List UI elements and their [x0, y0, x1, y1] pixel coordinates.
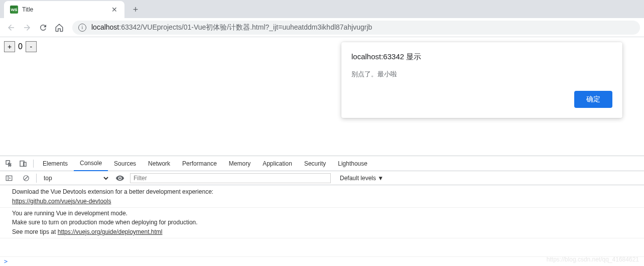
console-link[interactable]: https://github.com/vuejs/vue-devtools — [12, 198, 111, 205]
svg-rect-2 — [6, 176, 12, 180]
reload-button[interactable] — [36, 21, 50, 35]
confirm-button[interactable]: 确定 — [574, 91, 612, 108]
browser-tab[interactable]: WS Title ✕ — [4, 1, 124, 18]
tab-elements[interactable]: Elements — [37, 156, 74, 171]
close-icon[interactable]: ✕ — [110, 6, 118, 14]
inspect-element-button[interactable] — [2, 157, 16, 171]
increment-button[interactable]: + — [4, 41, 15, 52]
info-icon[interactable]: i — [78, 24, 86, 32]
watermark: https://blog.csdn.net/qq_41684621 — [547, 256, 639, 263]
tab-console[interactable]: Console — [74, 156, 108, 171]
url-host: localhost — [91, 23, 119, 31]
console-output: Download the Vue Devtools extension for … — [0, 185, 644, 256]
tab-lighthouse[interactable]: Lighthouse — [332, 156, 373, 171]
console-text: See more tips at — [12, 228, 58, 235]
console-line: Download the Vue Devtools extension for … — [0, 187, 644, 197]
console-sidebar-toggle[interactable] — [2, 171, 16, 185]
console-line: You are running Vue in development mode. — [0, 209, 644, 218]
url-port: :63342 — [119, 23, 141, 31]
console-line: See more tips at https://vuejs.org/guide… — [0, 227, 644, 237]
back-button[interactable] — [4, 21, 18, 35]
webstorm-icon: WS — [10, 6, 18, 14]
devtools-panel: Elements Console Sources Network Perform… — [0, 156, 644, 266]
context-selector-wrap: top — [36, 174, 110, 183]
alert-title: localhost:63342 显示 — [351, 52, 612, 62]
console-message-group: Download the Vue Devtools extension for … — [0, 187, 644, 208]
svg-line-5 — [25, 176, 28, 180]
counter-value: 0 — [17, 42, 24, 51]
clear-icon — [23, 175, 30, 182]
separator — [33, 160, 34, 168]
address-bar[interactable]: i localhost:63342/VUEprojects/01-Vue初体验/… — [72, 21, 640, 35]
tab-application[interactable]: Application — [256, 156, 298, 171]
console-line: Make sure to turn on production mode whe… — [0, 218, 644, 227]
browser-toolbar: i localhost:63342/VUEprojects/01-Vue初体验/… — [0, 18, 644, 37]
console-toolbar: top Default levels ▼ — [0, 171, 644, 185]
arrow-right-icon — [23, 23, 32, 32]
arrow-left-icon — [7, 23, 16, 32]
sidebar-icon — [6, 175, 13, 182]
context-selector[interactable]: top — [40, 173, 110, 183]
decrement-button[interactable]: - — [26, 41, 37, 52]
tab-sources[interactable]: Sources — [108, 156, 142, 171]
forward-button[interactable] — [20, 21, 34, 35]
log-levels-dropdown[interactable]: Default levels ▼ — [340, 175, 383, 182]
clear-console-button[interactable] — [19, 171, 33, 185]
home-icon — [55, 23, 64, 32]
tab-network[interactable]: Network — [142, 156, 176, 171]
devtools-tabs: Elements Console Sources Network Perform… — [0, 156, 644, 171]
alert-actions: 确定 — [351, 91, 612, 108]
tab-security[interactable]: Security — [298, 156, 332, 171]
device-toolbar-button[interactable] — [16, 157, 30, 171]
tab-title: Title — [22, 6, 106, 13]
reload-icon — [39, 23, 48, 32]
tab-performance[interactable]: Performance — [176, 156, 223, 171]
console-message-group: You are running Vue in development mode.… — [0, 209, 644, 238]
console-line: https://github.com/vuejs/vue-devtools — [0, 197, 644, 206]
browser-tab-bar: WS Title ✕ + — [0, 0, 644, 18]
live-expression-button[interactable] — [113, 171, 127, 185]
new-tab-button[interactable]: + — [128, 3, 143, 17]
eye-icon — [115, 174, 124, 183]
device-icon — [19, 160, 27, 168]
url-text: localhost:63342/VUEprojects/01-Vue初体验/计数… — [91, 23, 372, 32]
home-button[interactable] — [52, 21, 66, 35]
filter-input[interactable] — [130, 173, 331, 183]
alert-dialog: localhost:63342 显示 别点了。最小啦 确定 — [341, 42, 622, 118]
alert-message: 别点了。最小啦 — [351, 70, 612, 79]
tab-memory[interactable]: Memory — [223, 156, 256, 171]
console-link[interactable]: https://vuejs.org/guide/deployment.html — [58, 228, 163, 235]
inspect-icon — [5, 160, 13, 168]
url-path: /VUEprojects/01-Vue初体验/计数器.html?_ijt=uuh… — [141, 23, 372, 31]
